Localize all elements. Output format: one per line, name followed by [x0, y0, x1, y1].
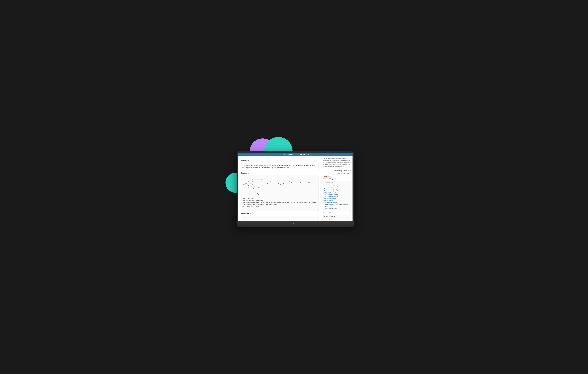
request-text: GET / HTTP/1.1 Accept:text/html,applicat… — [242, 179, 316, 207]
tampered-request-chevron-icon: ▼ — [337, 178, 338, 180]
request-label: Request — [241, 172, 247, 174]
response-content-box: HTTP/1.1 200 OK server:Apache-CoyoteV1.1… — [241, 216, 319, 220]
content-wrapper: Solution ▼ It is suggested to use the se… — [238, 156, 353, 220]
laptop-base: MacBook Pro — [237, 220, 354, 227]
laptop: Application Audit Vulnerability Details … — [237, 151, 354, 227]
request-section-header[interactable]: Request ▼ — [241, 172, 319, 174]
response-section-header[interactable]: Response ▲ — [241, 212, 319, 214]
heatmap-score-value: 15 — [347, 172, 349, 174]
app-title: Application Audit Vulnerability Details — [282, 154, 310, 155]
vulnerability-score-row: Vulnerability Score: 29 ▼ — [323, 170, 351, 172]
acurisq-info: AcuRisQ refers to a numerical or qualita… — [323, 158, 351, 168]
vulnerability-score-value: 29 — [347, 170, 349, 172]
evidence-label: Evidence — [323, 175, 351, 177]
heatmap-score-row: Heatmap Score : 15 ▼ — [323, 172, 351, 174]
tampered-response-header[interactable]: Tampered Responce : ▲ — [323, 212, 351, 214]
tampered-response-chevron-icon: ▲ — [338, 212, 340, 214]
solution-content-box: It is suggested to use the server config… — [241, 163, 319, 171]
solution-text: It is suggested to use the server config… — [242, 165, 315, 169]
tampered-request-header[interactable]: Tampered Request : ▼ — [323, 178, 351, 180]
heatmap-score-label: Heatmap Score : — [336, 172, 347, 174]
tampered-response-fields: server: Apache-Coyote... content-type: t… — [324, 218, 349, 220]
solution-section-header[interactable]: Solution ▼ — [241, 160, 319, 162]
response-text: HTTP/1.1 200 OK server:Apache-CoyoteV1.1… — [242, 219, 276, 220]
tampered-request-label: Tampered Request : — [323, 178, 336, 180]
solution-label: Solution — [241, 160, 247, 162]
tampered-response-label: Tampered Responce : — [323, 212, 338, 214]
solution-chevron-down-icon: ▼ — [248, 160, 250, 161]
tampered-request-box: GET / HTTP/1.1 Accept: text/html,applica… — [323, 181, 351, 211]
laptop-screen: Application Audit Vulnerability Details … — [238, 153, 353, 220]
tampered-response-plain: HTTP/1.1 200 OK — [324, 216, 349, 218]
vulnerability-score-chevron-icon: ▼ — [349, 170, 351, 172]
app-title-bar: Application Audit Vulnerability Details — [238, 153, 353, 156]
vulnerability-score-label: Vulnerability Score: — [334, 170, 347, 172]
tampered-request-plain: GET / HTTP/1.1 — [324, 182, 349, 184]
separator-1 — [323, 169, 351, 169]
laptop-brand-label: MacBook Pro — [290, 223, 301, 225]
heatmap-score-chevron-icon: ▼ — [349, 172, 351, 174]
response-label: Response — [241, 212, 249, 214]
request-content-box: GET / HTTP/1.1 Accept:text/html,applicat… — [241, 175, 319, 211]
response-chevron-up-icon: ▲ — [249, 212, 251, 214]
tampered-response-box: HTTP/1.1 200 OK server: Apache-Coyote...… — [323, 215, 351, 220]
request-chevron-down-icon: ▼ — [248, 172, 249, 174]
acurisq-text: AcuRisQ refers to a numerical or qualita… — [323, 158, 351, 167]
tampered-request-fields: Accept: text/html,applicati... png,"*";q… — [324, 184, 349, 209]
right-panel: AcuRisQ refers to a numerical or qualita… — [321, 156, 353, 220]
left-panel[interactable]: Solution ▼ It is suggested to use the se… — [238, 156, 321, 220]
